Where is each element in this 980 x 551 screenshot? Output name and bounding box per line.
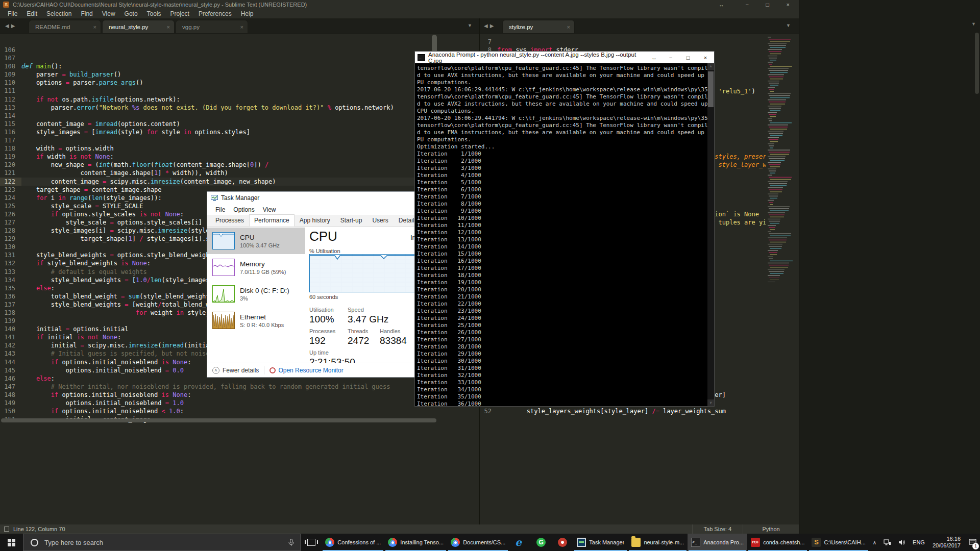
scroll-up-icon[interactable]: ˄ [707,63,714,70]
network-icon[interactable] [880,539,895,546]
tab-overflow-icon[interactable]: ▼ [468,23,472,28]
code-line: 122 content_image = scipy.misc.imresize(… [0,178,479,186]
tm-stat-value: 192 [309,335,326,346]
clock[interactable]: 16:16 20/06/2017 [928,536,965,549]
tab-close-icon[interactable]: × [163,24,170,30]
tm-menu-file[interactable]: File [211,206,229,213]
tm-tab-start-up[interactable]: Start-up [335,214,368,227]
console-scrollbar[interactable]: ˄ ˅ [707,63,714,406]
line-number: 137 [0,300,21,309]
tab-scroll-arrows[interactable]: ◀▶ [484,23,496,29]
close-button[interactable]: × [697,55,714,61]
menu-item-preferences[interactable]: Preferences [194,10,236,17]
scroll-down-icon[interactable]: ˅ [707,399,714,406]
code-text: parser = build_parser() [21,70,121,79]
fewer-details-button[interactable]: ˄ Fewer details [212,367,259,374]
menu-bar: FileEditSelectionFindViewGotoToolsProjec… [0,9,799,18]
console-output[interactable]: tensorflow\core\platform\cpu_feature_gua… [415,63,707,406]
taskbar-button-edge[interactable]: e [509,534,530,551]
menu-item-edit[interactable]: Edit [22,10,42,17]
tm-tab-app-history[interactable]: App history [295,214,335,227]
tab-close-icon[interactable]: × [236,24,243,30]
microphone-icon[interactable] [288,539,294,546]
scroll-thumb[interactable] [708,71,714,107]
code-text: new_shape = (int(math.floor(float(conten… [21,161,268,169]
maximize-button[interactable]: □ [679,55,697,61]
tab-close-icon[interactable]: × [563,24,570,30]
tab-vgg-py[interactable]: vgg.py× [176,20,248,33]
tm-item-sub: 100% 3.47 GHz [240,242,280,248]
left-pane-hscrollbar[interactable] [1,418,436,422]
taskbar-button-red[interactable] [552,534,573,551]
speaker-icon[interactable] [895,539,909,545]
taskbar-button-installing-tenso-[interactable]: Installing Tenso... [384,534,447,551]
code-line: 114 [0,112,479,120]
search-box[interactable]: Type here to search [23,534,301,551]
menu-item-find[interactable]: Find [76,10,97,17]
line-number: 115 [0,120,21,128]
syntax-indicator[interactable]: Python [743,524,799,534]
console-line: Iteration 6/1000 [417,186,707,193]
tm-menu-options[interactable]: Options [229,206,258,213]
taskbar-button-task-manager[interactable]: Task Manager [573,534,628,551]
tm-sidebar-item-ethernet[interactable]: EthernetS: 0 R: 40.0 Kbps [207,307,305,334]
menu-item-help[interactable]: Help [236,10,258,17]
close-button[interactable]: × [787,2,790,8]
menu-item-goto[interactable]: Goto [120,10,142,17]
minimize-button[interactable]: − [662,55,679,61]
task-view-icon [307,539,315,546]
line-number: 143 [0,349,21,358]
tm-menu-view[interactable]: View [259,206,280,213]
tab-readme-md[interactable]: README.md× [29,20,101,33]
task-view-button[interactable] [301,534,322,551]
tab-close-icon[interactable]: × [89,24,96,30]
chevron-down-icon[interactable]: ▼ [971,21,976,27]
tab-overflow-icon[interactable]: ▼ [786,23,791,28]
menu-item-project[interactable]: Project [166,10,194,17]
tab-scroll-arrows[interactable]: ◀▶ [5,23,17,29]
console-title: Anaconda Prompt - python neural_style.py… [428,52,651,64]
taskbar-button-conda-cheatsh-[interactable]: PDFconda-cheatsh... [747,534,808,551]
tab-stylize-py[interactable]: stylize.py× [502,20,575,33]
open-resource-monitor-link[interactable]: Open Resource Monitor [270,367,343,374]
chrome-icon [451,538,460,547]
menu-item-view[interactable]: View [97,10,120,17]
system-tray: ∧ ENG 16:16 20/06/2017 1 [869,534,980,551]
menu-item-tools[interactable]: Tools [142,10,166,17]
taskbar-buttons: Confessions of ...Installing Tenso...Doc… [322,534,869,551]
code-text: style_scale = options.style_scales[i] [21,218,202,227]
tm-tab-performance[interactable]: Performance [249,214,295,227]
anaconda-prompt-window: _ Anaconda Prompt - python neural_style.… [414,51,715,407]
ethernet-spark-icon [212,312,235,329]
tm-tab-users[interactable]: Users [367,214,393,227]
tm-stat-value: 2472 [348,335,369,346]
line-number: 149 [0,399,21,407]
tab-neural_style-py[interactable]: neural_style.py× [102,20,175,33]
taskbar-button-documents-cs-[interactable]: Documents/CS... [447,534,509,551]
taskbar-button-c-users-caih-[interactable]: SC:\Users\CAIH... [808,534,869,551]
menu-item-selection[interactable]: Selection [42,10,76,17]
action-center-button[interactable]: 1 [965,534,980,551]
tm-sidebar-item-memory[interactable]: Memory7.0/11.9 GB (59%) [207,254,305,281]
taskbar-button-anaconda-pro-[interactable]: >_Anaconda Pro... [688,534,747,551]
minimize-button[interactable]: − [746,2,749,8]
tm-sidebar-item-disk[interactable]: Disk 0 (C: F: D:)3% [207,281,305,307]
menu-item-file[interactable]: File [3,10,22,17]
taskbar-button-confessions-of-[interactable]: Confessions of ... [322,534,384,551]
tray-chevron-icon[interactable]: ∧ [869,540,880,545]
code-text: style_blend_weights = [weight/total_blen… [21,300,228,309]
tm-tab-processes[interactable]: Processes [210,214,249,227]
line-number: 122 [0,178,21,186]
taskbar-button-neural-style-m-[interactable]: neural-style-m... [628,534,688,551]
taskbar-button-label: Task Manager [589,539,624,545]
tab-size-indicator[interactable]: Tab Size: 4 [692,524,743,534]
minimap[interactable] [766,34,795,421]
maximize-button[interactable]: □ [766,2,769,8]
tab-label: stylize.py [509,24,533,30]
tm-sidebar-item-cpu[interactable]: CPU100% 3.47 GHz [207,228,305,254]
taskbar-button-g[interactable]: G [530,534,552,551]
scrollbar[interactable] [975,33,979,94]
start-button[interactable] [0,534,23,551]
console-line: Iteration 22/1000 [417,300,707,308]
language-indicator[interactable]: ENG [909,539,928,545]
